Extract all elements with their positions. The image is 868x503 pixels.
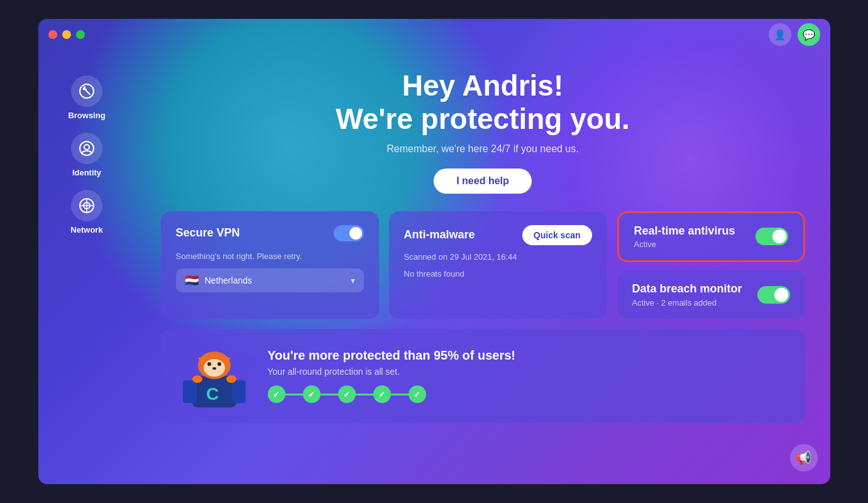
databreach-toggle[interactable] xyxy=(757,286,790,304)
antimalware-title: Anti-malware xyxy=(404,228,475,241)
no-threats-text: No threats found xyxy=(404,269,592,279)
svg-rect-11 xyxy=(232,380,246,403)
hero-title: Hey Andris! We're protecting you. xyxy=(336,69,630,136)
app-window: 👤 💬 Browsing xyxy=(38,19,830,484)
check-4: ✓ xyxy=(373,385,391,403)
databreach-status: Active · 2 emails added xyxy=(632,298,742,307)
svg-point-14 xyxy=(207,362,211,366)
user-icon: 👤 xyxy=(774,29,786,41)
titlebar-right: 👤 💬 xyxy=(769,23,820,46)
vpn-error: Something's not right. Please retry. xyxy=(176,252,364,261)
dot-line-2 xyxy=(321,394,338,395)
megaphone-icon: 📢 xyxy=(796,450,811,465)
main-content: Hey Andris! We're protecting you. Rememb… xyxy=(136,50,830,484)
notification-button[interactable]: 📢 xyxy=(790,444,818,472)
antimalware-card-header: Anti-malware Quick scan xyxy=(404,225,592,245)
titlebar: 👤 💬 xyxy=(38,19,830,50)
check-2: ✓ xyxy=(303,385,321,403)
sidebar: Browsing Identity Network xyxy=(38,50,136,484)
sidebar-item-browsing[interactable]: Browsing xyxy=(55,75,118,120)
browsing-label: Browsing xyxy=(68,111,105,120)
profile-button[interactable]: 👤 xyxy=(769,23,791,46)
dot-line-4 xyxy=(391,394,409,395)
protection-text: You're more protected than 95% of users!… xyxy=(268,348,515,403)
network-icon xyxy=(71,190,102,221)
vpn-title: Secure VPN xyxy=(176,226,240,240)
identity-icon xyxy=(71,133,102,164)
antimalware-card: Anti-malware Quick scan Scanned on 29 Ju… xyxy=(389,211,607,319)
quick-scan-button[interactable]: Quick scan xyxy=(522,225,592,245)
right-column: Real-time antivirus Active Data breach m… xyxy=(617,211,805,319)
sidebar-item-identity[interactable]: Identity xyxy=(55,133,118,177)
protection-title: You're more protected than 95% of users! xyxy=(268,348,515,363)
check-dots: ✓ ✓ ✓ ✓ ✓ xyxy=(268,385,515,403)
svg-point-16 xyxy=(212,367,216,370)
svg-point-15 xyxy=(217,362,221,366)
svg-point-3 xyxy=(84,145,89,150)
svg-point-17 xyxy=(192,375,202,383)
mascot: C xyxy=(180,341,249,411)
browsing-icon xyxy=(71,75,102,107)
check-3: ✓ xyxy=(338,385,356,403)
scan-date: Scanned on 29 Jul 2021, 16:44 xyxy=(404,252,592,263)
chat-icon: 💬 xyxy=(803,29,815,41)
svg-text:C: C xyxy=(206,384,219,404)
help-button[interactable]: I need help xyxy=(434,169,532,194)
svg-rect-10 xyxy=(183,380,197,403)
vpn-title-block: Secure VPN xyxy=(176,226,240,240)
antivirus-status: Active xyxy=(634,240,735,249)
antivirus-info: Real-time antivirus Active xyxy=(634,224,735,249)
dot-line-1 xyxy=(285,394,303,395)
databreach-info: Data breach monitor Active · 2 emails ad… xyxy=(632,282,742,307)
vpn-location-selector[interactable]: 🇳🇱 Netherlands ▾ xyxy=(176,268,364,292)
close-button[interactable] xyxy=(48,30,57,39)
traffic-lights xyxy=(48,30,85,39)
check-5: ✓ xyxy=(409,385,426,403)
sidebar-item-network[interactable]: Network xyxy=(55,190,118,235)
svg-point-1 xyxy=(83,87,85,90)
databreach-card: Data breach monitor Active · 2 emails ad… xyxy=(617,271,805,319)
chevron-down-icon: ▾ xyxy=(351,275,355,285)
databreach-title: Data breach monitor xyxy=(632,282,742,296)
svg-point-18 xyxy=(226,375,236,383)
hero-subtitle: Remember, we're here 24/7 if you need us… xyxy=(387,143,578,155)
vpn-toggle[interactable] xyxy=(334,225,364,241)
antivirus-toggle[interactable] xyxy=(755,228,788,245)
dot-line-3 xyxy=(356,394,373,395)
minimize-button[interactable] xyxy=(62,30,71,39)
chat-button[interactable]: 💬 xyxy=(798,23,820,46)
protection-card: C xyxy=(161,329,805,423)
vpn-card-header: Secure VPN xyxy=(176,225,364,241)
netherlands-flag: 🇳🇱 xyxy=(185,274,199,287)
protection-subtitle: Your all-round protection is all set. xyxy=(268,367,515,377)
antivirus-title: Real-time antivirus xyxy=(634,224,735,238)
network-label: Network xyxy=(70,225,102,235)
vpn-card: Secure VPN Something's not right. Please… xyxy=(161,211,379,319)
antivirus-card: Real-time antivirus Active xyxy=(617,211,805,262)
check-1: ✓ xyxy=(268,385,285,403)
cards-row: Secure VPN Something's not right. Please… xyxy=(161,211,805,319)
maximize-button[interactable] xyxy=(76,30,85,39)
vpn-location: Netherlands xyxy=(205,275,344,285)
identity-label: Identity xyxy=(72,168,101,177)
